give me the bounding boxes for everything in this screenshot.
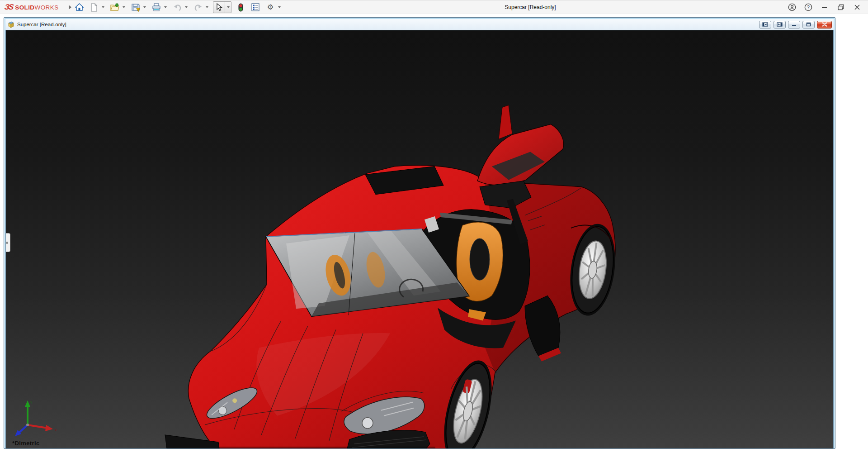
svg-text:?: ? (807, 5, 810, 10)
file-properties-icon (251, 3, 259, 11)
part-document-icon (7, 21, 14, 28)
save-floppy-icon (132, 3, 140, 12)
redo-button[interactable] (192, 2, 204, 13)
undo-icon (173, 4, 182, 11)
minimize-document-button[interactable] (788, 21, 800, 29)
brand-text-solid: SOLID (15, 4, 34, 11)
open-button[interactable] (109, 2, 121, 13)
svg-text:x: x (55, 428, 57, 432)
print-button[interactable] (151, 2, 162, 13)
document-titlebar[interactable]: Supercar [Read-only] (5, 19, 834, 30)
home-button[interactable] (73, 2, 85, 13)
close-document-icon (822, 22, 827, 27)
triad-x-axis: x (28, 425, 57, 432)
select-tool-dropdown[interactable] (225, 2, 231, 13)
new-document-button[interactable] (88, 2, 100, 13)
restore-window-button[interactable] (836, 3, 845, 12)
close-document-button[interactable] (817, 21, 832, 29)
print-dropdown[interactable] (162, 2, 168, 13)
triad-y-axis: y (25, 400, 33, 425)
application-title: Supercar [Read-only] (505, 0, 556, 14)
triad-z-axis (15, 425, 28, 436)
main-toolbar: ЗS SOLID WORKS (0, 0, 868, 14)
minimize-document-icon (791, 22, 797, 27)
options-dropdown[interactable] (276, 2, 282, 13)
redo-dropdown[interactable] (204, 2, 210, 13)
rebuild-button[interactable] (235, 2, 246, 13)
select-cursor-icon (216, 3, 222, 11)
minimize-window-button[interactable] (820, 3, 829, 12)
save-dropdown[interactable] (142, 2, 147, 13)
document-title: Supercar [Read-only] (17, 22, 66, 27)
new-document-dropdown[interactable] (100, 2, 106, 13)
save-button[interactable] (130, 2, 142, 13)
rebuild-traffic-light-icon (238, 3, 243, 12)
next-pane-icon (777, 22, 783, 27)
home-icon (75, 3, 84, 11)
options-button[interactable]: ⚙ (264, 2, 276, 13)
previous-pane-button[interactable] (759, 21, 771, 29)
open-dropdown[interactable] (121, 2, 127, 13)
open-folder-icon (110, 3, 119, 11)
undo-button[interactable] (171, 2, 183, 13)
account-button[interactable] (788, 3, 797, 12)
new-document-icon (90, 3, 98, 12)
help-icon: ? (804, 3, 812, 11)
account-icon (788, 3, 796, 11)
restore-document-icon (806, 22, 811, 27)
document-window: Supercar [Read-only] (4, 17, 835, 449)
help-button[interactable]: ? (804, 3, 813, 12)
reference-triad-icon: y x (13, 398, 58, 437)
close-icon (854, 4, 860, 10)
next-pane-button[interactable] (774, 21, 786, 29)
close-window-button[interactable] (853, 3, 862, 12)
solidworks-logo: ЗS SOLID WORKS (5, 0, 71, 14)
undo-dropdown[interactable] (183, 2, 189, 13)
restore-icon (838, 4, 844, 10)
svg-text:y: y (30, 400, 33, 404)
minimize-icon (821, 4, 828, 10)
print-icon (152, 3, 161, 11)
brand-text-works: WORKS (35, 4, 59, 11)
splitter-grip-icon (6, 242, 8, 244)
redo-icon (194, 4, 203, 11)
restore-document-button[interactable] (802, 21, 815, 29)
select-tool-group (213, 1, 231, 13)
solidworks-logo-icon: ЗS (4, 3, 14, 12)
view-orientation-label: *Dimetric (12, 440, 40, 447)
file-properties-button[interactable] (250, 2, 261, 13)
feature-panel-splitter-tab[interactable] (5, 233, 10, 252)
gear-icon: ⚙ (267, 4, 274, 11)
select-tool-button[interactable] (213, 2, 225, 13)
toolbar-expand-arrow-icon[interactable] (69, 5, 71, 10)
supercar-3d-model[interactable] (6, 30, 833, 448)
previous-pane-icon (762, 22, 768, 27)
graphics-viewport[interactable]: y x *Dimetric (5, 30, 834, 449)
